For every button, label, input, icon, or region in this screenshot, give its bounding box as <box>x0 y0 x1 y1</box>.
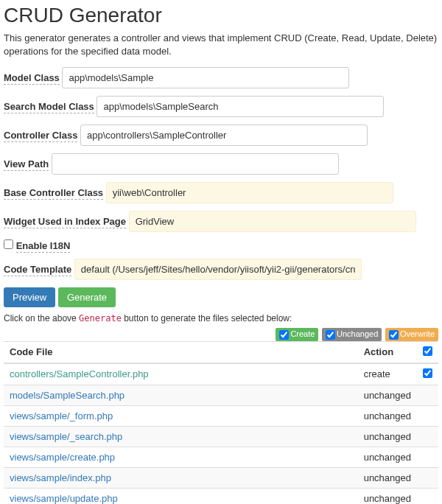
controller-class-input[interactable] <box>80 125 368 146</box>
table-row: views/sample/create.phpunchanged <box>4 447 438 467</box>
page-title: CRUD Generator <box>4 4 438 27</box>
table-row: views/sample/update.phpunchanged <box>4 488 438 504</box>
model-class-label: Model Class <box>4 72 60 85</box>
view-path-label: View Path <box>4 158 49 171</box>
file-link[interactable]: views/sample/_form.php <box>10 410 113 421</box>
table-row: controllers/SampleController.phpcreate <box>4 363 438 385</box>
page-description: This generator generates a controller an… <box>4 32 438 58</box>
table-row: views/sample/_search.phpunchanged <box>4 426 438 447</box>
action-cell: unchanged <box>358 426 417 447</box>
view-path-input[interactable] <box>52 153 339 175</box>
code-template-input[interactable] <box>74 259 362 280</box>
col-header-action: Action <box>358 341 417 363</box>
generate-hint: Click on the above Generate button to ge… <box>4 313 438 323</box>
search-model-class-label: Search Model Class <box>4 101 94 113</box>
legend-unchanged[interactable]: Unchanged <box>322 328 382 341</box>
generate-button[interactable]: Generate <box>58 287 116 307</box>
file-link[interactable]: views/sample/_search.php <box>10 431 122 442</box>
col-header-check <box>417 341 438 363</box>
file-link[interactable]: models/SampleSearch.php <box>10 390 124 401</box>
table-row: views/sample/_form.phpunchanged <box>4 405 438 426</box>
action-cell: unchanged <box>358 467 417 488</box>
base-controller-class-input[interactable] <box>106 182 393 203</box>
action-cell: unchanged <box>358 447 417 467</box>
file-link[interactable]: views/sample/index.php <box>10 472 111 483</box>
action-cell: create <box>358 363 417 385</box>
action-cell: unchanged <box>358 488 417 504</box>
table-row: models/SampleSearch.phpunchanged <box>4 385 438 405</box>
check-all[interactable] <box>423 346 432 356</box>
widget-input[interactable] <box>129 211 416 232</box>
legend: Create Unchanged Overwrite <box>4 328 438 341</box>
search-model-class-input[interactable] <box>97 96 384 117</box>
model-class-input[interactable] <box>62 67 349 88</box>
enable-i18n-label: Enable I18N <box>16 240 71 253</box>
table-row: views/sample/index.phpunchanged <box>4 467 438 488</box>
files-table: Code File Action controllers/SampleContr… <box>4 341 438 504</box>
enable-i18n-checkbox[interactable] <box>4 239 13 249</box>
legend-overwrite[interactable]: Overwrite <box>385 328 438 341</box>
code-template-label: Code Template <box>4 264 71 276</box>
file-link[interactable]: views/sample/update.php <box>10 493 118 504</box>
legend-create[interactable]: Create <box>276 328 318 341</box>
row-checkbox[interactable] <box>423 368 432 378</box>
controller-class-label: Controller Class <box>4 130 77 142</box>
col-header-file: Code File <box>4 341 358 363</box>
action-cell: unchanged <box>358 405 417 426</box>
base-controller-class-label: Base Controller Class <box>4 187 103 200</box>
widget-label: Widget Used in Index Page <box>4 216 126 228</box>
file-link[interactable]: views/sample/create.php <box>10 452 115 463</box>
preview-button[interactable]: Preview <box>4 287 55 307</box>
file-link[interactable]: controllers/SampleController.php <box>10 368 149 379</box>
action-cell: unchanged <box>358 385 417 405</box>
